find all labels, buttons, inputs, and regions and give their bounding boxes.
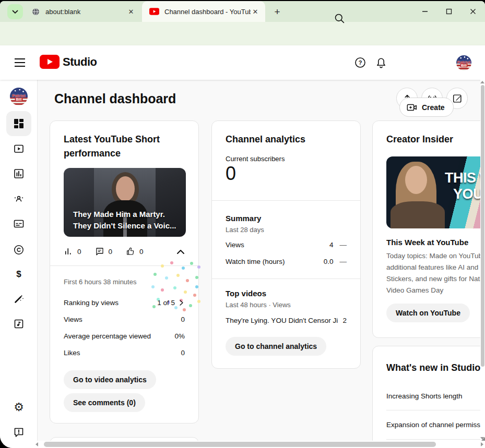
watch-on-youtube-button[interactable]: Watch on YouTube	[386, 304, 470, 322]
horizontal-scrollbar[interactable]	[19, 441, 485, 448]
tab-strip: about:blank ✕ Channel dashboard - YouTub…	[0, 1, 485, 22]
collapse-chevron-icon[interactable]	[176, 249, 185, 255]
channel-analytics-card: Channel analytics Current subscribers 0 …	[211, 120, 361, 369]
earn-icon[interactable]: $	[13, 268, 25, 280]
scroll-right-icon[interactable]	[481, 442, 483, 446]
latest-short-card: Latest YouTube Short performance They Ma…	[50, 120, 199, 423]
copyright-icon[interactable]	[13, 244, 25, 256]
settings-icon[interactable]: ⚙	[13, 401, 25, 414]
tab-about-blank[interactable]: about:blank ✕	[24, 1, 141, 22]
send-feedback-icon[interactable]	[13, 426, 25, 439]
studio-logo[interactable]: Studio	[40, 55, 97, 69]
tab-title: about:blank	[45, 8, 126, 16]
tab-close-icon[interactable]: ✕	[126, 7, 136, 16]
studio-sidebar: Patriot Bill	[0, 80, 38, 448]
create-button[interactable]: Create	[399, 98, 454, 117]
vertical-scrollbar[interactable]	[480, 80, 485, 441]
dashboard-icon	[13, 117, 25, 130]
subtitles-icon[interactable]	[13, 217, 25, 230]
content-icon[interactable]	[13, 142, 25, 155]
summary-row-views: Views 4 —	[226, 239, 347, 250]
metric-value: 0	[181, 349, 185, 357]
whats-new-item[interactable]: Increasing Shorts length	[386, 391, 485, 401]
metric-row-likes: Likes 0	[64, 347, 185, 358]
summary-label: Watch time (hours)	[226, 258, 285, 265]
top-video-row[interactable]: They're Lying. YOU Didn't Censor Jim... …	[226, 315, 347, 325]
channel-avatar[interactable]: Patriot Bill	[456, 55, 471, 70]
scroll-up-icon[interactable]	[480, 81, 484, 83]
views-bars-icon	[64, 247, 73, 256]
chevron-down-icon	[12, 10, 18, 14]
metric-label: Likes	[64, 349, 80, 357]
divider	[212, 200, 360, 201]
horizontal-scrollbar-thumb[interactable]	[44, 442, 436, 447]
avatar-text-2: Bill	[460, 64, 468, 67]
scroll-left-icon[interactable]	[36, 442, 38, 446]
top-video-views: 2	[342, 317, 347, 324]
sidebar-item-dashboard[interactable]	[6, 111, 31, 136]
top-video-title: They're Lying. YOU Didn't Censor Jim...	[226, 317, 338, 324]
window-maximize-button[interactable]	[438, 1, 460, 22]
card-title: Channel analytics	[226, 132, 305, 147]
whats-new-item[interactable]: Expansion of channel permissions	[386, 419, 485, 430]
search-icon[interactable]	[333, 12, 346, 25]
short-views-count: 0	[77, 248, 81, 256]
metric-value: 0	[181, 316, 185, 323]
notifications-bell-icon[interactable]	[375, 56, 387, 69]
audio-library-icon[interactable]	[13, 318, 25, 330]
go-to-channel-analytics-button[interactable]: Go to channel analytics	[226, 337, 326, 356]
summary-row-watch-time: Watch time (hours) 0.0 —	[226, 256, 347, 267]
subscribers-value: 0	[226, 163, 236, 185]
metric-row-ranking[interactable]: Ranking by views 1 of 5	[64, 297, 185, 308]
metric-value: 1 of 5	[157, 299, 175, 307]
studio-brand-text: Studio	[63, 55, 97, 69]
metric-row-views: Views 0	[64, 314, 185, 324]
hamburger-menu-icon[interactable]	[14, 57, 26, 68]
see-comments-button[interactable]: See comments (0)	[64, 393, 145, 412]
whats-new-card: What's new in Studio Increasing Shorts l…	[372, 346, 485, 448]
go-to-video-analytics-button[interactable]: Go to video analytics	[64, 370, 156, 389]
top-videos-title: Top videos	[226, 289, 266, 298]
browser-window: about:blank ✕ Channel dashboard - YouTub…	[0, 1, 485, 448]
summary-period: Last 28 days	[226, 226, 264, 234]
creator-insider-card: Creator Insider THIS WEEK YOUTUBE This W…	[372, 120, 485, 338]
create-button-label: Create	[422, 103, 445, 112]
minimize-icon	[422, 8, 428, 15]
short-comments-count: 0	[109, 248, 113, 256]
first-hours-label: First 6 hours 38 minutes	[64, 276, 185, 287]
page-title: Channel dashboard	[54, 91, 176, 106]
card-title: Latest YouTube Short performance	[64, 132, 186, 161]
customization-icon[interactable]	[13, 293, 25, 305]
svg-text:?: ?	[359, 59, 362, 66]
thumbs-up-icon	[126, 247, 135, 256]
community-icon[interactable]	[13, 192, 25, 205]
card-title: What's new in Studio	[386, 361, 480, 375]
browser-toolbar: studio.youtube.com/channel/UCtZBnVKDp1SI…	[0, 22, 485, 45]
sidebar-channel-avatar[interactable]: Patriot Bill	[10, 88, 28, 105]
divider	[212, 279, 360, 279]
analytics-icon[interactable]	[13, 167, 25, 180]
thumbnail-art	[116, 176, 135, 201]
create-video-icon	[406, 102, 418, 113]
tab-close-icon[interactable]: ✕	[251, 7, 260, 16]
tab-search-button[interactable]	[7, 4, 23, 19]
help-icon[interactable]: ?	[354, 56, 366, 69]
youtube-favicon	[149, 8, 159, 15]
thumbnail-art	[391, 201, 445, 228]
svg-text:$: $	[16, 269, 21, 279]
window-minimize-button[interactable]	[414, 1, 436, 22]
short-thumbnail[interactable]: They Made Him a Martyr. They Didn't Sile…	[64, 168, 186, 237]
window-close-button[interactable]	[462, 1, 484, 22]
insider-thumbnail[interactable]: THIS WEEK YOUTUBE	[386, 156, 485, 228]
youtube-logo-icon	[40, 55, 60, 69]
divider	[50, 265, 198, 266]
new-tab-button[interactable]: +	[270, 5, 284, 19]
maximize-icon	[446, 8, 452, 15]
chevron-right-icon	[178, 299, 185, 306]
vertical-scrollbar-thumb[interactable]	[481, 85, 484, 367]
short-likes-count: 0	[139, 248, 144, 256]
dashboard-content: Channel dashboard Latest YouTube Short p…	[38, 80, 485, 448]
metric-label: Average percentage viewed	[64, 332, 151, 340]
subscribers-label: Current subscribers	[226, 153, 347, 164]
tab-channel-dashboard[interactable]: Channel dashboard - YouTub ✕	[142, 1, 265, 22]
